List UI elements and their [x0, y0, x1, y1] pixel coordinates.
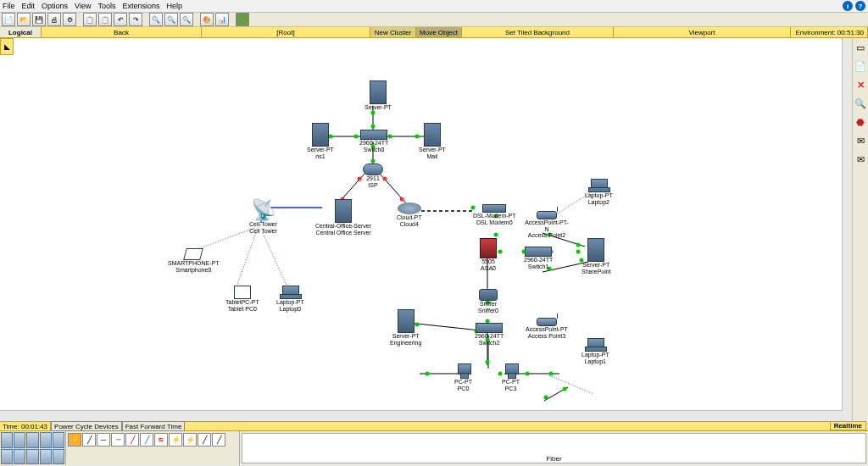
connection-palette[interactable]: ⚡ ╱ ─ ┄ ╱ ╱ ≋ ⚡ ⚡ ╱ ╱	[66, 431, 240, 465]
device-tablet[interactable]: TabletPC-PTTablet PC0	[225, 286, 259, 312]
logical-tab[interactable]: Logical	[0, 27, 42, 37]
cat-connections-icon[interactable]	[53, 432, 64, 448]
info-icon[interactable]: i	[843, 1, 853, 11]
select-tool-icon[interactable]: ▭	[854, 42, 866, 53]
menu-file[interactable]: File	[3, 2, 15, 10]
topology-canvas[interactable]: Server-PT 2960-24TTSwitch0 Server-PTns1 …	[0, 38, 853, 421]
device-switch1[interactable]: 2960-24TTSwitch1	[524, 247, 553, 269]
set-background-button[interactable]: Set Tiled Background	[462, 27, 614, 37]
conn-straight-icon[interactable]: ─	[97, 433, 110, 447]
conn-auto-icon[interactable]: ⚡	[68, 433, 81, 447]
device-laptop0[interactable]: Laptop-PTLaptop0	[276, 286, 304, 312]
menu-help[interactable]: Help	[166, 2, 182, 10]
device-router-isp[interactable]: 2911ISP	[363, 164, 383, 188]
menu-edit[interactable]: Edit	[22, 2, 36, 10]
device-switch2[interactable]: 2960-24TTSwitch2	[475, 323, 504, 346]
cat-routers-icon[interactable]	[1, 432, 13, 448]
undo-button[interactable]: ↶	[114, 13, 127, 26]
device-cell-tower[interactable]: 📡Cell-TowerCell Tower	[249, 199, 277, 235]
conn-phone-icon[interactable]: ╱	[140, 433, 153, 447]
menu-extensions[interactable]: Extensions	[122, 2, 159, 10]
cat-custom-icon[interactable]	[40, 449, 52, 465]
new-cluster-button[interactable]: New Cluster	[370, 27, 416, 37]
device-server-engineering[interactable]: Server-PTEngineering	[390, 309, 421, 346]
device-access-point2[interactable]: AccessPoint-PT-NAccess Point2	[524, 211, 570, 239]
menu-bar: File Edit Options View Tools Extensions …	[0, 0, 868, 13]
svg-point-23	[371, 111, 376, 115]
realtime-tab[interactable]: Realtime	[830, 421, 866, 430]
note-tool-icon[interactable]: 📄	[854, 60, 866, 72]
conn-usb-icon[interactable]: ╱	[212, 433, 225, 447]
zoom-in-button[interactable]: 🔍	[149, 13, 163, 26]
palette-button[interactable]: 🎨	[200, 13, 214, 26]
conn-cross-icon[interactable]: ┄	[111, 433, 125, 447]
conn-console-icon[interactable]: ╱	[82, 433, 96, 447]
fast-forward-button[interactable]: Fast Forward Time	[122, 421, 186, 431]
svg-point-27	[388, 135, 392, 139]
device-access-point3[interactable]: AccessPoint-PTAccess Point3	[526, 318, 568, 339]
conn-fiber-icon[interactable]: ╱	[125, 433, 139, 447]
move-object-button[interactable]: Move Object	[416, 27, 462, 37]
device-smartphone[interactable]: SMARTPHONE-PTSmartphone0	[168, 248, 220, 273]
conn-coax-icon[interactable]: ≋	[154, 433, 168, 447]
device-pc0[interactable]: PC-PTPC0	[454, 363, 472, 391]
open-button[interactable]: 📂	[17, 13, 31, 26]
device-cloud4[interactable]: Cloud-PTCloud4	[397, 202, 422, 227]
cat-security-icon[interactable]	[14, 449, 25, 465]
inspect-tool-icon[interactable]: 🔍	[854, 97, 866, 109]
extras-button[interactable]	[236, 13, 249, 26]
cat-hubs-icon[interactable]	[26, 432, 38, 448]
complex-pdu-icon[interactable]: ✉	[854, 153, 866, 165]
zoom-out-button[interactable]: 🔍	[180, 13, 193, 26]
device-server-top[interactable]: Server-PT	[364, 80, 392, 111]
root-breadcrumb[interactable]: [Root]	[202, 27, 370, 37]
menu-tools[interactable]: Tools	[97, 2, 115, 10]
device-laptop2[interactable]: Laptop-PTLaptop2	[585, 179, 613, 205]
device-category-palette[interactable]	[0, 431, 66, 465]
conn-serial-dte-icon[interactable]: ⚡	[183, 433, 197, 447]
cat-end-devices-icon[interactable]	[1, 449, 13, 465]
cat-wireless-icon[interactable]	[40, 432, 52, 448]
device-dsl-modem[interactable]: DSL-Modem-PTDSL Modem0	[473, 204, 516, 225]
environment-clock[interactable]: Environment: 00:51:30	[791, 27, 868, 37]
device-central-office-server[interactable]: Central-Office-ServerCentral Office Serv…	[314, 199, 373, 236]
resize-tool-icon[interactable]: ⬣	[854, 116, 866, 128]
device-server-ns1[interactable]: Server-PTns1	[307, 123, 334, 159]
save-button[interactable]: 💾	[32, 13, 46, 26]
svg-point-40	[498, 250, 503, 254]
svg-point-56	[544, 396, 548, 400]
help-icon[interactable]: ?	[855, 1, 865, 11]
zoom-reset-button[interactable]: 🔍	[164, 13, 178, 26]
svg-point-55	[549, 372, 554, 376]
paste-button[interactable]: 📋	[98, 13, 112, 26]
back-button[interactable]: Back	[42, 27, 202, 37]
svg-point-30	[371, 159, 376, 164]
print-button[interactable]: 🖨	[47, 13, 61, 26]
delete-tool-icon[interactable]: ✕	[854, 79, 866, 91]
simple-pdu-icon[interactable]: ✉	[854, 135, 866, 147]
viewport-button[interactable]: Viewport	[614, 27, 791, 37]
custom-button[interactable]: 📊	[215, 13, 229, 26]
horizontal-scrollbar[interactable]	[0, 410, 853, 421]
conn-octal-icon[interactable]: ╱	[198, 433, 211, 447]
device-laptop1[interactable]: Laptop-PTLaptop1	[581, 338, 609, 364]
device-server-mail[interactable]: Server-PTMail	[419, 123, 446, 159]
wizard-button[interactable]: ⚙	[63, 13, 76, 26]
redo-button[interactable]: ↷	[129, 13, 142, 26]
device-sniffer0[interactable]: SnifferSniffer0	[478, 289, 498, 313]
cat-multiuser-icon[interactable]	[53, 449, 64, 465]
power-cycle-button[interactable]: Power Cycle Devices	[51, 421, 122, 431]
conn-serial-dce-icon[interactable]: ⚡	[169, 433, 182, 447]
device-pc3[interactable]: PC-PTPC3	[502, 363, 520, 391]
device-asa0[interactable]: 5505ASA0	[480, 238, 497, 271]
menu-options[interactable]: Options	[42, 2, 68, 10]
cat-wan-icon[interactable]	[26, 449, 38, 465]
device-server-sharepoint[interactable]: Server-PTSharePoint	[581, 238, 611, 275]
main-toolbar: 📄 📂 💾 🖨 ⚙ 📋 📋 ↶ ↷ 🔍 🔍 🔍 🎨 📊	[0, 13, 868, 27]
new-button[interactable]: 📄	[2, 13, 15, 26]
menu-view[interactable]: View	[75, 2, 91, 10]
device-switch0[interactable]: 2960-24TTSwitch0	[359, 130, 388, 153]
cat-switches-icon[interactable]	[14, 432, 25, 448]
sim-time: Time: 00:01:43	[0, 422, 51, 430]
copy-button[interactable]: 📋	[83, 13, 97, 26]
